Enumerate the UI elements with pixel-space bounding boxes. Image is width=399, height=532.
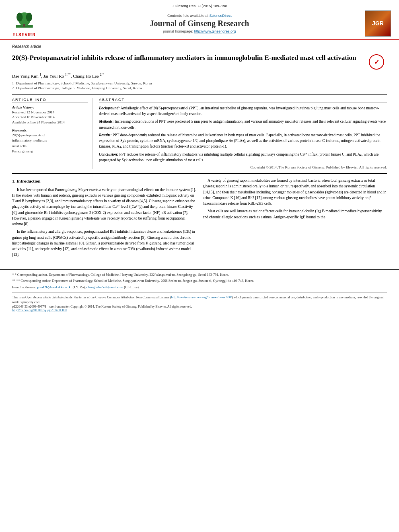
body-left-column: 1. Introduction It has been reported tha… <box>12 178 196 260</box>
homepage-label: journal homepage: <box>163 29 193 33</box>
journal-citation: J Ginseng Res 39 (2015) 189–198 <box>172 4 227 8</box>
available-date: Available online 24 November 2014 <box>12 120 88 125</box>
abstract-text: Background: Antiallergic effect of 20(S)… <box>99 105 387 163</box>
email-2-link[interactable]: changholee57@gmail.com <box>86 285 123 289</box>
article-info-heading: ARTICLE INFO <box>12 98 88 103</box>
keyword-3: mast cells <box>12 144 88 149</box>
corresponding-double-star-note: ** ** Corresponding author. Department o… <box>12 278 387 283</box>
footer-section: * * Corresponding author. Department of … <box>0 269 399 312</box>
email-2-name: (C.H. Lee). <box>124 285 140 289</box>
article-info-abstract-section: ARTICLE INFO Article history: Received 1… <box>12 94 387 169</box>
sciencedirect-line: Contents lists available at ScienceDirec… <box>40 14 359 18</box>
doi-line: http://dx.doi.org/10.1016/j.jgr.2014.11.… <box>12 308 387 312</box>
svg-rect-4 <box>23 24 25 27</box>
article-title-row: 20(S)-Protopanaxatriol inhibits release … <box>12 53 387 70</box>
header-inner: ELSEVIER Contents lists available at Sci… <box>8 10 391 37</box>
article-info-column: ARTICLE INFO Article history: Received 1… <box>12 98 93 169</box>
affil-sup-2: 2 <box>12 86 15 90</box>
keyword-4: Panax ginseng <box>12 149 88 154</box>
doi-link[interactable]: http://dx.doi.org/10.1016/j.jgr.2014.11.… <box>12 308 67 312</box>
sciencedirect-prefix: Contents lists available at <box>167 14 208 18</box>
email-1-link[interactable]: jyro426@med.skku.ac.kr <box>37 285 72 289</box>
affiliation-2: 2 Department of Pharmacology, College of… <box>12 86 387 91</box>
history-label: Article history: <box>12 105 88 109</box>
crossmark-badge: ✓ <box>369 53 387 70</box>
body-two-column: 1. Introduction It has been reported tha… <box>12 173 387 260</box>
abstract-column: ABSTRACT Background: Antiallergic effect… <box>99 98 387 169</box>
journal-main-title: Journal of Ginseng Research <box>40 19 359 28</box>
crossmark-icon: ✓ <box>369 54 384 70</box>
elsevier-tree-icon <box>13 10 35 32</box>
footer-divider <box>12 292 387 293</box>
article-content: Research article 20(S)-Protopanaxatriol … <box>0 40 399 264</box>
results-label: Results: <box>99 133 112 137</box>
abstract-results: Results: PPT dose-dependently reduced th… <box>99 132 387 150</box>
body-right-column: A variety of ginseng saponin metabolites… <box>203 178 387 260</box>
keyword-2: inflammatory mediators <box>12 138 88 144</box>
article-type-label: Research article <box>12 44 387 50</box>
page: J Ginseng Res 39 (2015) 189–198 ELSEVIER… <box>0 0 399 532</box>
intro-para-4: Mast cells are well known as major effec… <box>203 208 387 220</box>
svg-point-3 <box>26 13 32 22</box>
affil-sup-1: 1 <box>12 81 15 86</box>
abstract-conclusion: Conclusion: PPT reduces the release of i… <box>99 152 387 163</box>
elsevier-label: ELSEVIER <box>12 33 35 37</box>
journal-title-block: Contents lists available at ScienceDirec… <box>40 14 359 33</box>
open-access-note: This is an Open Access article distribut… <box>12 295 387 305</box>
affil-text-1: Department of Pharmacology, School of Me… <box>16 81 152 86</box>
intro-para-2: In the inflammatory and allergic respons… <box>12 229 196 257</box>
homepage-link[interactable]: http://www.ginsengres.org <box>194 29 236 33</box>
journal-header: J Ginseng Res 39 (2015) 189–198 ELSEVIER… <box>0 0 399 40</box>
authors-line: Dae Yong Kim 1, Jai Youl Ro 1,**, Chang … <box>12 73 387 78</box>
keywords-label: Keywords: <box>12 128 88 132</box>
intro-para-1: It has been reported that Panax ginseng … <box>12 187 196 227</box>
intro-para-3: A variety of ginseng saponin metabolites… <box>203 178 387 206</box>
intro-section-title: 1. Introduction <box>12 178 196 185</box>
results-text: PPT dose-dependently reduced the release… <box>99 133 380 149</box>
corresponding-star-note: * * Corresponding author. Department of … <box>12 272 387 277</box>
abstract-background: Background: Antiallergic effect of 20(S)… <box>99 105 387 117</box>
journal-homepage: journal homepage: http://www.ginsengres.… <box>40 29 359 33</box>
svg-point-2 <box>16 13 23 22</box>
background-label: Background: <box>99 106 120 110</box>
background-text: Antiallergic effect of 20(S)-protopanaxa… <box>99 106 379 116</box>
abstract-copyright: Copyright © 2014, The Korean Society of … <box>99 165 387 169</box>
cc-license-link[interactable]: http://creativecommons.org/licenses/by-n… <box>171 296 232 299</box>
jgr-logo-image: JGR <box>365 10 391 37</box>
jgr-abbr: JGR <box>372 20 384 27</box>
accepted-date: Accepted 18 November 2014 <box>12 115 88 120</box>
affil-text-2: Department of Pharmacology, College of M… <box>16 86 142 91</box>
jgr-logo-box: JGR <box>359 10 391 37</box>
sciencedirect-link[interactable]: ScienceDirect <box>210 14 232 18</box>
methods-text: Increasing concentrations of PPT were pr… <box>99 119 386 129</box>
received-date: Received 12 November 2014 <box>12 110 88 115</box>
issn-line: p1226-8453 e2093-4947/$ – see front matt… <box>12 305 387 308</box>
affiliations: 1 Department of Pharmacology, School of … <box>12 81 387 91</box>
conclusion-label: Conclusion: <box>99 152 118 156</box>
elsevier-logo: ELSEVIER <box>8 10 40 37</box>
article-title: 20(S)-Protopanaxatriol inhibits release … <box>12 53 365 62</box>
affiliation-1: 1 Department of Pharmacology, School of … <box>12 81 387 86</box>
abstract-methods: Methods: Increasing concentrations of PP… <box>99 119 387 130</box>
conclusion-text: PPT reduces the release of inflammatory … <box>99 152 378 162</box>
keyword-1: 20(S)-protopanaxatriol <box>12 133 88 138</box>
methods-label: Methods: <box>99 119 114 123</box>
email-label: E-mail addresses: <box>12 285 36 289</box>
email-line: E-mail addresses: jyro426@med.skku.ac.kr… <box>12 285 387 290</box>
abstract-heading: ABSTRACT <box>99 98 387 103</box>
email-1-name: (J.Y. Ro) <box>72 285 84 289</box>
